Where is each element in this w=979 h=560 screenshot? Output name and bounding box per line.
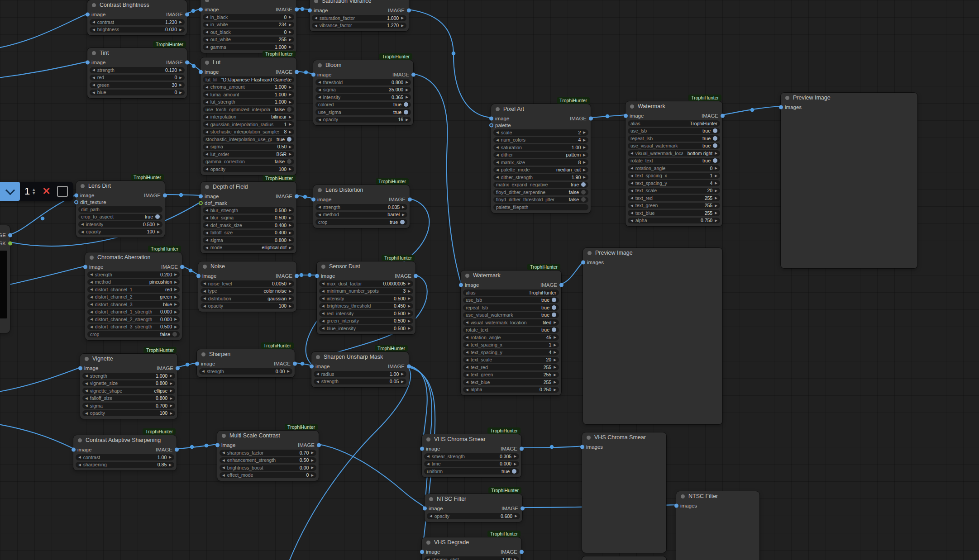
widget-radius[interactable]: ◀radius1.00▶ bbox=[314, 371, 406, 377]
edge-reroute-dot[interactable] bbox=[301, 7, 305, 11]
decrement-arrow-icon[interactable]: ◀ bbox=[203, 304, 206, 308]
decrement-arrow-icon[interactable]: ◀ bbox=[316, 372, 319, 376]
widget-crop[interactable]: croptrue bbox=[315, 219, 407, 225]
widget-mode[interactable]: ◀modeelliptical dof▶ bbox=[203, 245, 294, 251]
output-port-image[interactable] bbox=[295, 274, 299, 278]
widget-sharpening[interactable]: ◀sharpening0.85▶ bbox=[76, 462, 174, 468]
input-port-image[interactable] bbox=[199, 70, 203, 74]
node-collapse-dot[interactable] bbox=[90, 256, 94, 260]
node-collapse-dot[interactable] bbox=[92, 51, 96, 55]
increment-arrow-icon[interactable]: ▶ bbox=[170, 382, 172, 385]
widget-max_dust_factor[interactable]: ◀max_dust_factor0.0000005▶ bbox=[319, 280, 413, 287]
input-port-image[interactable] bbox=[195, 362, 199, 366]
widget-brightness[interactable]: ◀brightness-0.030▶ bbox=[90, 27, 185, 33]
decrement-arrow-icon[interactable]: ◀ bbox=[322, 327, 325, 330]
increment-arrow-icon[interactable]: ▶ bbox=[289, 115, 291, 119]
node-levels[interactable]: imageIMAGE◀in_black0▶◀in_white234▶◀out_b… bbox=[201, 0, 296, 53]
widget-contrast[interactable]: ◀contrast1.230▶ bbox=[90, 19, 185, 25]
widget-blue[interactable]: ◀blue0▶ bbox=[90, 90, 185, 96]
node-chromatic-aberration[interactable]: TrophiHunterChromatic AberrationimageIMA… bbox=[85, 252, 182, 340]
widget-text_scale[interactable]: ◀text_scale20▶ bbox=[628, 188, 720, 194]
widget-floyd_dither_threshold_jitter[interactable]: floyd_dither_threshold_jitterfalse bbox=[493, 197, 588, 203]
node-multi-scale-contrast[interactable]: TrophiHunterMulti Scale ContrastimageIMA… bbox=[217, 431, 319, 481]
widget-palette_filepath[interactable]: palette_filepath bbox=[493, 204, 588, 210]
increment-arrow-icon[interactable]: ▶ bbox=[401, 24, 404, 28]
decrement-arrow-icon[interactable]: ◀ bbox=[85, 382, 88, 385]
input-port-image[interactable] bbox=[199, 8, 203, 12]
increment-arrow-icon[interactable]: ▶ bbox=[554, 321, 556, 324]
input-port-images[interactable] bbox=[580, 445, 584, 449]
toggle-knob-icon[interactable] bbox=[713, 143, 717, 148]
node-collapse-dot[interactable] bbox=[205, 0, 209, 2]
increment-arrow-icon[interactable]: ▶ bbox=[311, 451, 314, 455]
toggle-knob-icon[interactable] bbox=[581, 190, 586, 195]
decrement-arrow-icon[interactable]: ◀ bbox=[222, 451, 225, 455]
widget-strength[interactable]: ◀strength0.120▶ bbox=[90, 67, 185, 73]
widget-uniform[interactable]: uniformtrue bbox=[424, 468, 519, 475]
decrement-arrow-icon[interactable]: ◀ bbox=[205, 15, 208, 19]
input-port-image[interactable] bbox=[315, 274, 319, 278]
node-bloom[interactable]: TrophiHunterBloomimageIMAGE◀threshold0.8… bbox=[313, 60, 413, 125]
increment-arrow-icon[interactable]: ▶ bbox=[289, 152, 291, 156]
widget-out_black[interactable]: ◀out_black0▶ bbox=[203, 29, 294, 35]
widget-text_red[interactable]: ◀text_red255▶ bbox=[463, 364, 559, 370]
node-header[interactable]: Saturation Vibrance bbox=[310, 0, 409, 6]
increment-arrow-icon[interactable]: ▶ bbox=[287, 370, 290, 373]
widget-brightness_boost[interactable]: ◀brightness_boost0.00▶ bbox=[220, 465, 316, 471]
input-port-dirt_texture[interactable] bbox=[74, 200, 78, 204]
output-port-image[interactable] bbox=[520, 447, 524, 451]
node-watermark-top[interactable]: TrophiHunterWatermarkimageIMAGEaliasTrop… bbox=[626, 101, 722, 226]
node-header[interactable]: Tint bbox=[87, 48, 187, 58]
decrement-arrow-icon[interactable]: ◀ bbox=[318, 205, 321, 209]
node-header[interactable]: Sharpen Unsharp Mask bbox=[311, 352, 409, 362]
widget-visual_watermark_location[interactable]: ◀visual_watermark_locationbottom right▶ bbox=[628, 150, 720, 157]
decrement-arrow-icon[interactable]: ◀ bbox=[85, 397, 88, 400]
widget-sharpness_factor[interactable]: ◀sharpness_factor0.70▶ bbox=[220, 450, 316, 456]
node-vhs-degrade[interactable]: TrophiHunterVHS DegradeimageIMAGE◀chroma… bbox=[422, 537, 521, 560]
decrement-arrow-icon[interactable]: ◀ bbox=[630, 204, 633, 208]
node-panel-sliver[interactable] bbox=[582, 556, 666, 560]
decrement-arrow-icon[interactable]: ◀ bbox=[205, 85, 208, 89]
toggle-knob-icon[interactable] bbox=[713, 128, 717, 133]
widget-lut_strength[interactable]: ◀lut_strength1.000▶ bbox=[203, 99, 294, 105]
widget-intensity[interactable]: ◀intensity0.500▶ bbox=[78, 221, 162, 228]
toggle-knob-icon[interactable] bbox=[400, 220, 405, 224]
increment-arrow-icon[interactable]: ▶ bbox=[583, 146, 586, 149]
widget-distort_channel_1[interactable]: ◀distort_channel_1red▶ bbox=[87, 286, 180, 293]
port-dot-image[interactable] bbox=[8, 233, 12, 237]
decrement-arrow-icon[interactable]: ◀ bbox=[205, 223, 208, 227]
widget-in_white[interactable]: ◀in_white234▶ bbox=[203, 22, 294, 28]
decrement-arrow-icon[interactable]: ◀ bbox=[427, 455, 430, 458]
decrement-arrow-icon[interactable]: ◀ bbox=[205, 216, 208, 220]
decrement-arrow-icon[interactable]: ◀ bbox=[496, 153, 499, 157]
increment-arrow-icon[interactable]: ▶ bbox=[554, 388, 556, 392]
increment-arrow-icon[interactable]: ▶ bbox=[583, 176, 586, 179]
decrement-arrow-icon[interactable]: ◀ bbox=[85, 404, 88, 408]
decrement-arrow-icon[interactable]: ◀ bbox=[630, 196, 633, 200]
increment-arrow-icon[interactable]: ▶ bbox=[514, 558, 516, 560]
output-port-image[interactable] bbox=[163, 194, 167, 198]
decrement-arrow-icon[interactable]: ◀ bbox=[92, 68, 95, 72]
increment-arrow-icon[interactable]: ▶ bbox=[408, 319, 411, 323]
increment-arrow-icon[interactable]: ▶ bbox=[174, 325, 177, 329]
widget-out_white[interactable]: ◀out_white255▶ bbox=[203, 37, 294, 43]
increment-arrow-icon[interactable]: ▶ bbox=[406, 118, 408, 122]
widget-rotate_text[interactable]: rotate_texttrue bbox=[463, 327, 559, 333]
increment-arrow-icon[interactable]: ▶ bbox=[174, 318, 177, 321]
widget-text_blue[interactable]: ◀text_blue255▶ bbox=[463, 379, 559, 385]
widget-strength[interactable]: ◀strength0.05▶ bbox=[314, 379, 406, 385]
increment-arrow-icon[interactable]: ▶ bbox=[289, 167, 291, 171]
widget-sigma[interactable]: ◀sigma0.800▶ bbox=[203, 237, 294, 243]
increment-arrow-icon[interactable]: ▶ bbox=[554, 358, 556, 362]
increment-arrow-icon[interactable]: ▶ bbox=[170, 389, 172, 393]
increment-arrow-icon[interactable]: ▶ bbox=[174, 288, 177, 291]
widget-opacity[interactable]: ◀opacity0.680▶ bbox=[427, 513, 520, 519]
edge-lensdirt-to-dof[interactable] bbox=[164, 195, 201, 195]
toggle-knob-icon[interactable] bbox=[552, 313, 556, 317]
increment-arrow-icon[interactable]: ▶ bbox=[174, 273, 177, 276]
decrement-arrow-icon[interactable]: ◀ bbox=[318, 95, 321, 99]
decrement-arrow-icon[interactable]: ◀ bbox=[205, 231, 208, 235]
toggle-knob-icon[interactable] bbox=[552, 298, 556, 302]
widget-scale[interactable]: ◀scale2▶ bbox=[493, 129, 588, 136]
decrement-arrow-icon[interactable]: ◀ bbox=[205, 115, 208, 119]
